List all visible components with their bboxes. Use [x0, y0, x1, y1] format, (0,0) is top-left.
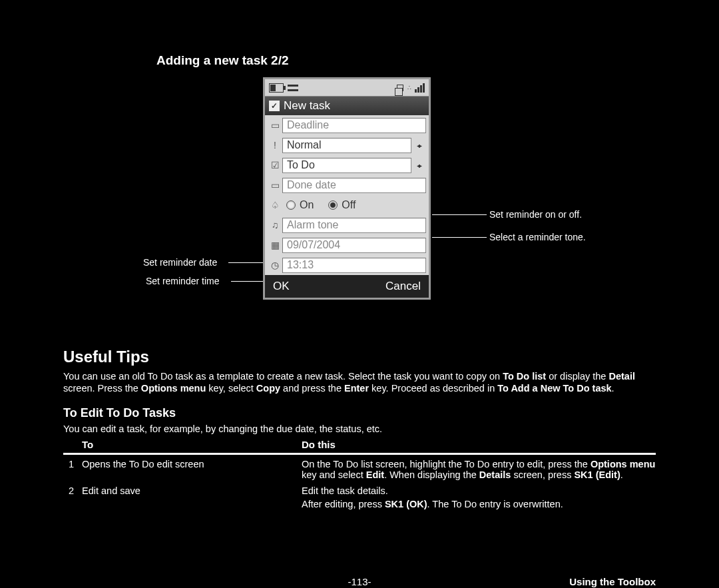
radio-on	[286, 200, 296, 210]
table-row: 2 Edit and save Edit the task details. A…	[63, 481, 656, 511]
figure-area: Set reminder date Set reminder time Set …	[63, 77, 656, 330]
radio-off	[328, 200, 338, 210]
callout-reminder-tone: Select a reminder tone.	[489, 232, 586, 242]
date-icon: ▦	[268, 240, 282, 250]
table-row: 1 Opens the To Do edit screen On the To …	[63, 455, 656, 481]
leader-line	[432, 237, 487, 238]
done-icon: ▭	[268, 180, 282, 190]
reminder-date-field: 09/07/2004	[282, 238, 426, 253]
menu-icon	[288, 85, 298, 91]
col-do-header: Do this	[302, 439, 656, 450]
alarm-tone-field: Alarm tone	[282, 218, 426, 233]
check-icon: ✓	[269, 101, 280, 111]
softkey-ok: OK	[273, 280, 290, 293]
music-icon: ♫	[268, 220, 282, 230]
off-label: Off	[342, 199, 356, 211]
edit-intro: You can edit a task, for example, by cha…	[63, 423, 656, 435]
network-icon: ∴	[407, 85, 411, 91]
window-icon	[397, 85, 403, 91]
phone-title: New task	[284, 99, 330, 113]
softkey-cancel: Cancel	[385, 280, 421, 293]
priority-field: Normal	[282, 138, 411, 153]
edit-table: To Do this 1 Opens the To Do edit screen…	[63, 439, 656, 511]
arrows-icon: ◂▸	[411, 142, 426, 149]
tips-paragraph: You can use an old To Do task as a templ…	[63, 370, 656, 394]
done-date-field: Done date	[282, 178, 426, 193]
phone-titlebar: ✓ New task	[265, 97, 429, 115]
arrows-icon: ◂▸	[411, 162, 426, 169]
callout-reminder-onoff: Set reminder on or off.	[489, 209, 582, 220]
page-number: -113-	[348, 576, 371, 587]
battery-icon	[269, 83, 284, 93]
table-header: To Do this	[63, 439, 656, 455]
callout-reminder-date: Set reminder date	[143, 257, 217, 268]
edit-heading: To Edit To Do Tasks	[63, 406, 656, 420]
phone-softkeys: OK Cancel	[265, 275, 429, 298]
clock-icon: ◷	[268, 260, 282, 270]
priority-icon: !	[268, 140, 282, 150]
calendar-icon: ▭	[268, 120, 282, 131]
phone-statusbar: ∴	[265, 79, 429, 97]
useful-tips-heading: Useful Tips	[63, 348, 656, 366]
leader-line	[432, 214, 487, 215]
category-field: To Do	[282, 158, 411, 173]
category-icon: ☑	[268, 160, 282, 170]
footer-section: Using the Toolbox	[569, 576, 656, 587]
deadline-field: Deadline	[282, 118, 426, 133]
reminder-time-field: 13:13	[282, 258, 426, 273]
phone-body: ▭ Deadline ! Normal ◂▸ ☑ To Do ◂▸ ▭ Done…	[265, 115, 429, 275]
section-title: Adding a new task 2/2	[156, 53, 656, 68]
col-to-header: To	[82, 439, 302, 450]
signal-icon	[415, 83, 425, 93]
phone-screenshot: ∴ ✓ New task ▭ Deadline ! Normal ◂▸ ☑ To…	[263, 77, 431, 300]
bell-icon: ♤	[268, 200, 282, 210]
callout-reminder-time: Set reminder time	[146, 276, 219, 286]
on-label: On	[300, 199, 314, 211]
